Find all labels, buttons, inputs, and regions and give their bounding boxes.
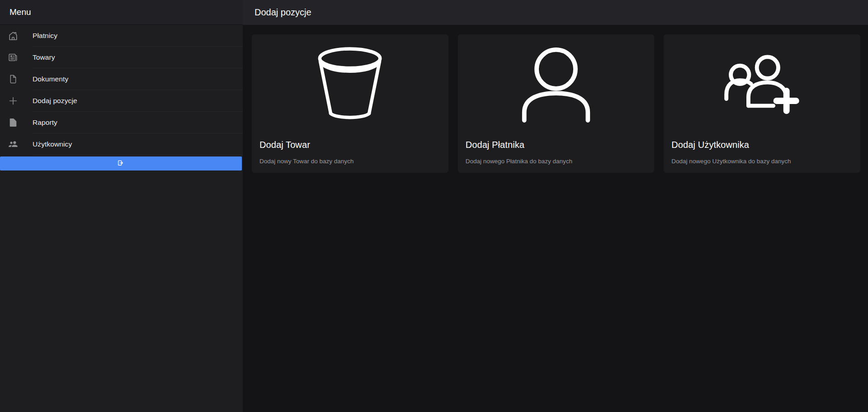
sidebar-menu: Płatnicy Towary — [0, 25, 243, 155]
sidebar-item-label: Dodaj pozycje — [33, 97, 77, 105]
sidebar-item-label: Dokumenty — [33, 75, 68, 83]
group-add-icon — [671, 34, 853, 131]
card-dodaj-uzytkownika[interactable]: Dodaj Użytkownika Dodaj nowego Użytkowni… — [664, 34, 860, 173]
sidebar-item-label: Płatnicy — [33, 32, 57, 40]
card-title: Dodaj Towar — [259, 139, 441, 151]
card-dodaj-towar[interactable]: Dodaj Towar Dodaj nowy Towar do bazy dan… — [252, 34, 448, 173]
card-subtitle: Dodaj nowy Towar do bazy danych — [259, 157, 441, 165]
sidebar-item-label: Towary — [33, 53, 55, 62]
sidebar-item-platnicy[interactable]: Płatnicy — [0, 25, 243, 47]
content: Dodaj Towar Dodaj nowy Towar do bazy dan… — [243, 25, 868, 412]
sidebar-item-raporty[interactable]: Raporty — [0, 112, 243, 133]
sidebar-item-label: Raporty — [33, 118, 57, 127]
users-icon — [8, 139, 19, 150]
document-icon — [8, 74, 19, 85]
card-title: Dodaj Użytkownika — [671, 139, 853, 151]
main-area: Dodaj pozycje Dodaj Towar — [243, 0, 868, 412]
page-title: Dodaj pozycje — [255, 7, 311, 18]
plus-icon — [8, 95, 19, 106]
sidebar-item-towary[interactable]: Towary — [0, 47, 243, 68]
sidebar: Menu Płatnicy — [0, 0, 243, 412]
sidebar-title: Menu — [9, 7, 31, 17]
sidebar-item-uzytkownicy[interactable]: Użytkownicy — [0, 133, 243, 155]
person-icon — [466, 34, 647, 131]
cards-grid: Dodaj Towar Dodaj nowy Towar do bazy dan… — [252, 34, 860, 173]
header: Dodaj pozycje — [243, 0, 868, 25]
card-subtitle: Dodaj nowego Użytkownika do bazy danych — [671, 157, 853, 165]
sidebar-item-dokumenty[interactable]: Dokumenty — [0, 68, 243, 90]
sidebar-header: Menu — [0, 0, 243, 25]
logout-button[interactable] — [0, 156, 242, 170]
newspaper-icon — [8, 52, 19, 63]
sidebar-item-label: Użytkownicy — [33, 140, 72, 148]
card-subtitle: Dodaj nowego Płatnika do bazy danych — [466, 157, 647, 165]
report-icon — [8, 117, 19, 128]
house-icon — [8, 30, 19, 41]
card-dodaj-platnika[interactable]: Dodaj Płatnika Dodaj nowego Płatnika do … — [458, 34, 655, 173]
bucket-icon — [259, 34, 441, 131]
card-title: Dodaj Płatnika — [466, 139, 647, 151]
sidebar-item-dodaj-pozycje[interactable]: Dodaj pozycje — [0, 90, 243, 112]
logout-icon — [117, 159, 125, 168]
